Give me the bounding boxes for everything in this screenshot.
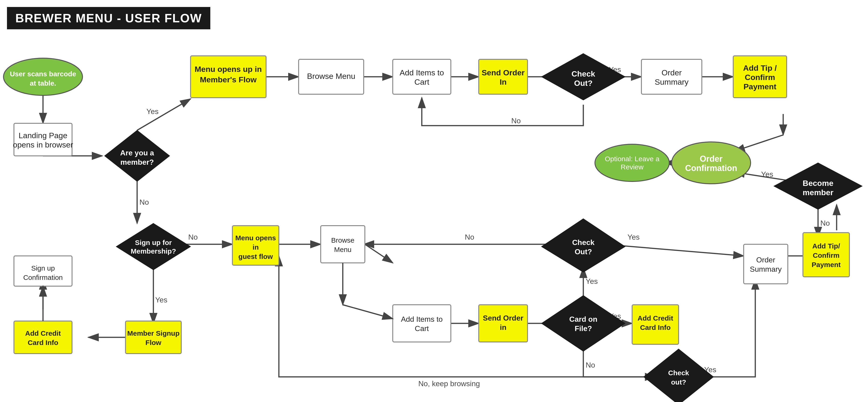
svg-line-40: [604, 244, 744, 256]
svg-text:member: member: [803, 188, 833, 197]
svg-text:Sign up for: Sign up for: [135, 239, 172, 247]
svg-line-30: [365, 244, 393, 263]
svg-text:User scans barcode: User scans barcode: [10, 70, 76, 78]
svg-text:Yes: Yes: [155, 296, 167, 304]
svg-text:Menu opens up in: Menu opens up in: [195, 65, 262, 74]
svg-text:opens in browser: opens in browser: [13, 140, 73, 149]
svg-text:Send Order: Send Order: [482, 68, 525, 77]
svg-text:Sign up: Sign up: [31, 264, 55, 272]
svg-text:Browse Menu: Browse Menu: [307, 71, 355, 81]
svg-text:Check: Check: [572, 238, 594, 247]
svg-text:Yes: Yes: [147, 107, 158, 116]
svg-text:Order: Order: [700, 154, 722, 164]
svg-text:Member's Flow: Member's Flow: [200, 75, 257, 84]
svg-text:out?: out?: [671, 378, 686, 386]
svg-text:No: No: [465, 233, 474, 241]
svg-text:Add Tip /: Add Tip /: [743, 63, 777, 73]
svg-text:in: in: [500, 323, 506, 332]
svg-text:Check: Check: [571, 69, 595, 78]
flowchart: Yes No Yes Yes No No No: [0, 0, 868, 402]
svg-line-84: [343, 305, 393, 319]
svg-text:Optional: Leave a: Optional: Leave a: [605, 155, 659, 163]
svg-text:Cart: Cart: [415, 324, 429, 333]
svg-text:Membership?: Membership?: [131, 247, 176, 255]
svg-text:No: No: [140, 198, 149, 206]
svg-text:Card on: Card on: [569, 315, 597, 323]
svg-text:Yes: Yes: [761, 170, 773, 178]
svg-text:Order: Order: [756, 256, 775, 264]
svg-text:Out?: Out?: [574, 79, 592, 87]
svg-text:Send Order: Send Order: [483, 314, 523, 322]
svg-text:Landing Page: Landing Page: [19, 131, 67, 140]
svg-text:Order: Order: [662, 68, 682, 77]
svg-line-4: [137, 99, 191, 130]
svg-text:No, keep browsing: No, keep browsing: [418, 379, 480, 388]
svg-text:Flow: Flow: [146, 339, 161, 346]
svg-text:Add Credit: Add Credit: [638, 314, 673, 322]
svg-text:in: in: [253, 243, 259, 251]
svg-text:Payment: Payment: [811, 261, 841, 268]
svg-text:Confirm: Confirm: [745, 73, 775, 82]
member-signup-flow-node: [125, 321, 181, 354]
svg-text:Confirmation: Confirmation: [23, 274, 63, 281]
svg-text:Become: Become: [803, 179, 833, 188]
svg-text:No: No: [586, 361, 595, 369]
svg-text:Cart: Cart: [414, 78, 430, 86]
svg-text:Yes: Yes: [586, 277, 598, 285]
browse-menu-guest-node: [321, 226, 365, 263]
page: BREWER MENU - USER FLOW Yes No: [0, 0, 868, 402]
add-credit-member-node: [14, 321, 72, 354]
svg-text:Card Info: Card Info: [640, 324, 671, 331]
svg-text:File?: File?: [575, 324, 592, 333]
signup-membership-node: [116, 223, 191, 270]
svg-text:Add Tip/: Add Tip/: [812, 242, 840, 250]
svg-text:Payment: Payment: [743, 82, 776, 91]
svg-text:member?: member?: [120, 158, 154, 166]
svg-text:Out?: Out?: [575, 248, 592, 256]
svg-text:Menu: Menu: [334, 246, 351, 253]
svg-text:Browse: Browse: [331, 236, 354, 244]
svg-text:Are you a: Are you a: [120, 149, 154, 157]
svg-text:Yes: Yes: [627, 233, 640, 241]
svg-text:Member Signup: Member Signup: [127, 329, 179, 337]
svg-text:guest flow: guest flow: [239, 253, 273, 260]
svg-text:Summary: Summary: [655, 78, 688, 86]
svg-text:Confirmation: Confirmation: [685, 163, 737, 173]
svg-text:Menu opens: Menu opens: [235, 234, 276, 242]
svg-line-16: [734, 135, 783, 151]
svg-text:No: No: [188, 233, 198, 241]
svg-text:No: No: [511, 117, 521, 125]
svg-text:Review: Review: [621, 163, 644, 171]
svg-text:Summary: Summary: [750, 265, 782, 274]
svg-text:Card Info: Card Info: [28, 339, 58, 346]
svg-text:Check: Check: [668, 369, 689, 377]
svg-text:at table.: at table.: [30, 79, 56, 87]
svg-text:Add Items to: Add Items to: [401, 315, 443, 323]
svg-text:No: No: [820, 219, 830, 227]
svg-text:Confirm: Confirm: [813, 252, 840, 259]
svg-text:Add Items to: Add Items to: [400, 68, 444, 77]
svg-text:Add Credit: Add Credit: [25, 329, 61, 337]
svg-text:In: In: [500, 78, 507, 86]
